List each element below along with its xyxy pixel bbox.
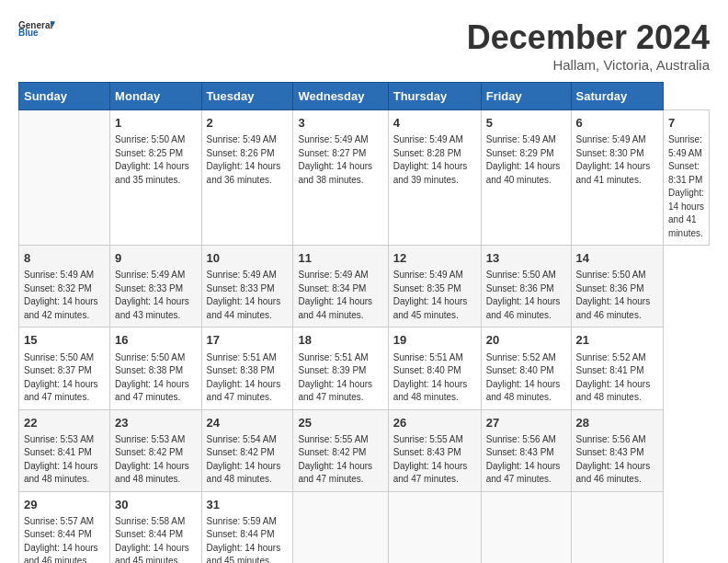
month-title: December 2024: [467, 18, 710, 57]
svg-text:Blue: Blue: [18, 28, 39, 37]
day-info: Sunrise: 5:51 AMSunset: 8:38 PMDaylight:…: [207, 351, 289, 405]
location: Hallam, Victoria, Australia: [467, 57, 710, 73]
day-info: Sunrise: 5:49 AMSunset: 8:28 PMDaylight:…: [393, 133, 476, 187]
day-info: Sunrise: 5:52 AMSunset: 8:40 PMDaylight:…: [486, 351, 566, 405]
day-info: Sunrise: 5:56 AMSunset: 8:43 PMDaylight:…: [486, 433, 566, 487]
day-info: Sunrise: 5:49 AMSunset: 8:33 PMDaylight:…: [207, 269, 289, 322]
day-number: 28: [576, 415, 659, 431]
day-number: 1: [115, 115, 196, 132]
day-info: Sunrise: 5:59 AMSunset: 8:44 PMDaylight:…: [207, 515, 289, 563]
day-number: 20: [486, 332, 566, 349]
day-number: 24: [207, 415, 289, 431]
calendar-cell: 1Sunrise: 5:50 AMSunset: 8:25 PMDaylight…: [110, 110, 201, 246]
day-number: 18: [298, 332, 382, 349]
day-number: 17: [207, 332, 289, 349]
day-info: Sunrise: 5:49 AMSunset: 8:27 PMDaylight:…: [298, 133, 382, 187]
calendar-cell: 18Sunrise: 5:51 AMSunset: 8:39 PMDayligh…: [293, 327, 388, 409]
calendar-cell: 5Sunrise: 5:49 AMSunset: 8:29 PMDaylight…: [481, 110, 571, 246]
calendar-cell: 23Sunrise: 5:53 AMSunset: 8:42 PMDayligh…: [110, 409, 201, 491]
calendar-cell: 16Sunrise: 5:50 AMSunset: 8:38 PMDayligh…: [110, 327, 201, 409]
calendar-cell: 6Sunrise: 5:49 AMSunset: 8:30 PMDaylight…: [571, 110, 664, 246]
day-number: 14: [576, 250, 659, 267]
day-info: Sunrise: 5:49 AMSunset: 8:33 PMDaylight:…: [115, 269, 196, 322]
calendar-cell: 25Sunrise: 5:55 AMSunset: 8:42 PMDayligh…: [293, 409, 388, 491]
week-row-5: 29Sunrise: 5:57 AMSunset: 8:44 PMDayligh…: [19, 491, 710, 563]
day-number: 12: [393, 250, 476, 267]
day-number: 10: [207, 250, 289, 267]
week-row-2: 8Sunrise: 5:49 AMSunset: 8:32 PMDaylight…: [19, 246, 710, 327]
calendar-cell: [571, 491, 664, 563]
calendar-cell: 27Sunrise: 5:56 AMSunset: 8:43 PMDayligh…: [481, 409, 571, 491]
calendar-cell: 11Sunrise: 5:49 AMSunset: 8:34 PMDayligh…: [293, 246, 388, 327]
calendar-cell: 14Sunrise: 5:50 AMSunset: 8:36 PMDayligh…: [571, 246, 664, 327]
day-number: 7: [668, 115, 704, 132]
calendar-cell: 4Sunrise: 5:49 AMSunset: 8:28 PMDaylight…: [388, 110, 481, 246]
calendar-cell: 13Sunrise: 5:50 AMSunset: 8:36 PMDayligh…: [481, 246, 571, 327]
calendar-cell: 21Sunrise: 5:52 AMSunset: 8:41 PMDayligh…: [571, 327, 664, 409]
calendar-cell: 30Sunrise: 5:58 AMSunset: 8:44 PMDayligh…: [110, 491, 201, 563]
calendar-cell: 28Sunrise: 5:56 AMSunset: 8:43 PMDayligh…: [571, 409, 664, 491]
day-info: Sunrise: 5:49 AMSunset: 8:32 PMDaylight:…: [24, 269, 105, 322]
day-info: Sunrise: 5:54 AMSunset: 8:42 PMDaylight:…: [207, 433, 289, 487]
day-info: Sunrise: 5:56 AMSunset: 8:43 PMDaylight:…: [576, 433, 659, 487]
calendar-cell: 26Sunrise: 5:55 AMSunset: 8:43 PMDayligh…: [388, 409, 481, 491]
header-day-saturday: Saturday: [571, 83, 664, 110]
header-day-wednesday: Wednesday: [293, 83, 388, 110]
day-info: Sunrise: 5:49 AMSunset: 8:26 PMDaylight:…: [207, 133, 289, 187]
day-number: 21: [576, 332, 659, 349]
day-number: 30: [115, 497, 196, 513]
calendar-cell: 17Sunrise: 5:51 AMSunset: 8:38 PMDayligh…: [201, 327, 293, 409]
week-row-3: 15Sunrise: 5:50 AMSunset: 8:37 PMDayligh…: [19, 327, 710, 409]
day-number: 11: [298, 250, 382, 267]
day-number: 19: [393, 332, 476, 349]
day-number: 16: [115, 332, 196, 349]
calendar-cell: [293, 491, 388, 563]
day-number: 13: [486, 250, 566, 267]
calendar-cell: [388, 491, 481, 563]
header-row: SundayMondayTuesdayWednesdayThursdayFrid…: [19, 83, 710, 110]
calendar-cell: 10Sunrise: 5:49 AMSunset: 8:33 PMDayligh…: [201, 246, 293, 327]
day-info: Sunrise: 5:55 AMSunset: 8:42 PMDaylight:…: [298, 433, 382, 487]
page-header: General Blue December 2024 Hallam, Victo…: [18, 18, 710, 73]
title-block: December 2024 Hallam, Victoria, Australi…: [467, 18, 710, 73]
day-info: Sunrise: 5:52 AMSunset: 8:41 PMDaylight:…: [576, 351, 659, 405]
calendar-table: SundayMondayTuesdayWednesdayThursdayFrid…: [18, 82, 710, 563]
day-number: 4: [393, 115, 476, 132]
day-number: 22: [24, 415, 105, 431]
calendar-cell: [19, 110, 110, 246]
calendar-cell: 12Sunrise: 5:49 AMSunset: 8:35 PMDayligh…: [388, 246, 481, 327]
day-info: Sunrise: 5:49 AMSunset: 8:30 PMDaylight:…: [576, 133, 659, 187]
day-number: 15: [24, 332, 105, 349]
header-day-thursday: Thursday: [388, 83, 481, 110]
header-day-monday: Monday: [110, 83, 201, 110]
header-day-tuesday: Tuesday: [201, 83, 293, 110]
day-info: Sunrise: 5:50 AMSunset: 8:38 PMDaylight:…: [115, 351, 196, 405]
day-number: 3: [298, 115, 382, 132]
day-info: Sunrise: 5:49 AMSunset: 8:34 PMDaylight:…: [298, 269, 382, 322]
day-info: Sunrise: 5:55 AMSunset: 8:43 PMDaylight:…: [393, 433, 476, 487]
week-row-4: 22Sunrise: 5:53 AMSunset: 8:41 PMDayligh…: [19, 409, 710, 491]
week-row-1: 1Sunrise: 5:50 AMSunset: 8:25 PMDaylight…: [19, 110, 710, 246]
calendar-cell: 2Sunrise: 5:49 AMSunset: 8:26 PMDaylight…: [201, 110, 293, 246]
header-day-friday: Friday: [481, 83, 571, 110]
day-info: Sunrise: 5:50 AMSunset: 8:37 PMDaylight:…: [24, 351, 105, 405]
day-info: Sunrise: 5:50 AMSunset: 8:36 PMDaylight:…: [486, 269, 566, 322]
day-info: Sunrise: 5:57 AMSunset: 8:44 PMDaylight:…: [24, 515, 105, 563]
logo: General Blue: [18, 18, 55, 39]
calendar-cell: 19Sunrise: 5:51 AMSunset: 8:40 PMDayligh…: [388, 327, 481, 409]
day-info: Sunrise: 5:49 AMSunset: 8:29 PMDaylight:…: [486, 133, 566, 187]
day-number: 23: [115, 415, 196, 431]
day-number: 9: [115, 250, 196, 267]
day-number: 29: [24, 497, 105, 513]
day-number: 26: [393, 415, 476, 431]
day-number: 27: [486, 415, 566, 431]
calendar-cell: 9Sunrise: 5:49 AMSunset: 8:33 PMDaylight…: [110, 246, 201, 327]
day-number: 2: [207, 115, 289, 132]
day-info: Sunrise: 5:50 AMSunset: 8:25 PMDaylight:…: [115, 133, 196, 187]
day-number: 31: [207, 497, 289, 513]
day-info: Sunrise: 5:51 AMSunset: 8:39 PMDaylight:…: [298, 351, 382, 405]
day-number: 6: [576, 115, 659, 132]
calendar-cell: 20Sunrise: 5:52 AMSunset: 8:40 PMDayligh…: [481, 327, 571, 409]
day-info: Sunrise: 5:51 AMSunset: 8:40 PMDaylight:…: [393, 351, 476, 405]
day-info: Sunrise: 5:49 AMSunset: 8:31 PMDaylight:…: [668, 133, 704, 240]
